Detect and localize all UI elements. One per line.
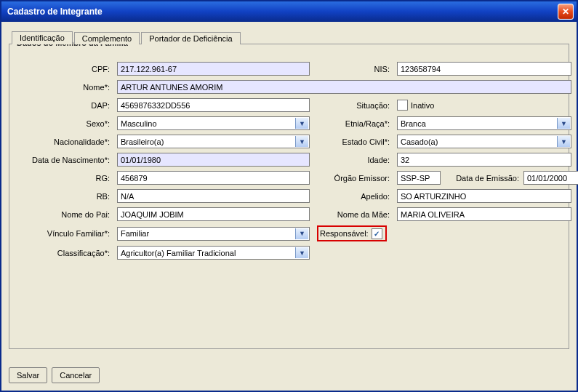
label-pai: Nome do Pai: — [61, 210, 110, 219]
input-nis[interactable]: 123658794 — [397, 62, 571, 76]
label-emissao: Data de Emissão: — [456, 174, 519, 183]
label-etnia: Etnia/Raça*: — [345, 119, 390, 128]
label-situacao: Situação: — [356, 101, 390, 110]
select-estado-civil[interactable]: Casado(a)▼ — [397, 135, 571, 148]
select-sexo[interactable]: Masculino▼ — [117, 116, 310, 130]
orgao-emissao-row: SSP-SP Data de Emissão: 01/01/2000 — [397, 171, 571, 185]
select-sexo-value: Masculino — [121, 119, 157, 128]
tabstrip: Identificação Complemento Portador de De… — [12, 29, 569, 44]
groupbox-membro-familia: Dados do Membro da Família CPF: 217.122.… — [9, 44, 569, 349]
label-nis: NIS: — [374, 65, 390, 73]
select-etnia[interactable]: Branca▼ — [397, 116, 571, 130]
label-sexo: Sexo*: — [87, 119, 110, 128]
checkbox-inativo-label: Inativo — [411, 101, 434, 110]
form-grid: CPF: 217.122.961-67 NIS: 123658794 Nome*… — [17, 62, 561, 260]
window-frame: Cadastro de Integrante ✕ Identificação C… — [0, 0, 578, 392]
label-cpf: CPF: — [92, 65, 110, 73]
select-classificacao[interactable]: Agricultor(a) Familiar Tradicional▼ — [117, 246, 310, 260]
input-cpf[interactable]: 217.122.961-67 — [117, 62, 310, 76]
checkbox-inativo[interactable] — [397, 100, 408, 111]
titlebar: Cadastro de Integrante ✕ — [1, 1, 577, 22]
label-nacionalidade: Nacionalidade*: — [54, 137, 110, 146]
chevron-down-icon: ▼ — [295, 228, 308, 239]
label-classificacao: Classificação*: — [57, 249, 110, 257]
input-nome[interactable]: ARTUR ANTUNES AMORIM — [117, 80, 571, 94]
label-dap: DAP: — [91, 101, 110, 110]
input-idade[interactable]: 32 — [397, 153, 571, 167]
select-vinculo[interactable]: Familiar▼ — [117, 227, 310, 241]
save-button[interactable]: Salvar — [9, 367, 47, 383]
label-nome: Nome*: — [83, 83, 110, 92]
chevron-down-icon: ▼ — [295, 247, 308, 258]
chevron-down-icon: ▼ — [557, 136, 570, 147]
input-mae[interactable]: MARIA OLIVEIRA — [397, 207, 571, 221]
chevron-down-icon: ▼ — [295, 136, 308, 147]
input-orgao[interactable]: SSP-SP — [397, 171, 441, 185]
responsavel-highlight: Responsável: ✓ — [317, 225, 387, 241]
close-icon: ✕ — [562, 7, 569, 17]
label-responsavel: Responsável: — [320, 229, 369, 238]
close-button[interactable]: ✕ — [558, 4, 574, 20]
label-rg: RG: — [95, 174, 110, 183]
input-rb[interactable]: N/A — [117, 189, 310, 203]
cancel-button[interactable]: Cancelar — [52, 367, 100, 383]
input-nascimento[interactable]: 01/01/1980 — [117, 153, 310, 167]
select-etnia-value: Branca — [401, 119, 426, 128]
buttons-row: Salvar Cancelar — [9, 367, 100, 383]
label-nascimento: Data de Nascimento*: — [32, 156, 110, 164]
label-apelido: Apelido: — [361, 192, 390, 201]
label-estado-civil: Estado Civil*: — [342, 137, 390, 146]
input-apelido[interactable]: SO ARTURZINHO — [397, 189, 571, 203]
checkbox-inativo-wrap: Inativo — [397, 100, 571, 111]
checkbox-responsavel[interactable]: ✓ — [372, 228, 382, 239]
label-mae: Nome da Mãe: — [337, 210, 390, 219]
tab-identificacao[interactable]: Identificação — [12, 31, 73, 44]
input-emissao[interactable]: 01/01/2000 — [523, 171, 578, 185]
label-idade: Idade: — [367, 156, 390, 164]
input-pai[interactable]: JOAQUIM JOBIM — [117, 207, 310, 221]
label-vinculo: Vínculo Familiar*: — [47, 229, 110, 238]
select-classificacao-value: Agricultor(a) Familiar Tradicional — [121, 249, 236, 257]
window-title: Cadastro de Integrante — [7, 7, 558, 17]
input-rg[interactable]: 456879 — [117, 171, 310, 185]
label-orgao: Órgão Emissor: — [334, 174, 390, 183]
chevron-down-icon: ▼ — [295, 118, 308, 129]
select-estado-civil-value: Casado(a) — [401, 137, 438, 146]
chevron-down-icon: ▼ — [557, 118, 570, 129]
select-nacionalidade-value: Brasileiro(a) — [121, 137, 164, 146]
label-rb: RB: — [97, 192, 110, 201]
tab-complemento[interactable]: Complemento — [74, 32, 140, 44]
select-vinculo-value: Familiar — [121, 229, 149, 238]
client-area: Identificação Complemento Portador de De… — [1, 22, 577, 391]
input-dap[interactable]: 4569876332DD556 — [117, 98, 310, 112]
tab-portador-deficiencia[interactable]: Portador de Deficiência — [141, 32, 240, 44]
select-nacionalidade[interactable]: Brasileiro(a)▼ — [117, 135, 310, 148]
